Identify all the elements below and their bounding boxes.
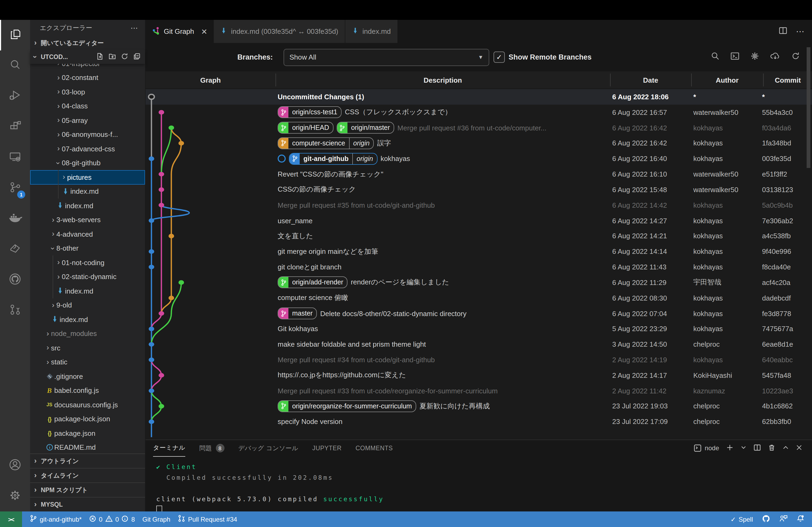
more-actions-icon[interactable]: ⋯ <box>130 24 139 32</box>
terminal-tab--[interactable]: ターミナル <box>153 440 185 456</box>
section-outline[interactable]: › アウトライン <box>30 453 145 468</box>
branch-badge[interactable]: origin/master <box>337 122 394 134</box>
activity-remote-explorer[interactable] <box>0 142 30 173</box>
tree-item-07-advanced-css[interactable]: ›07-advanced-css <box>30 142 145 156</box>
tree-item-babel-config-js[interactable]: Bbabel.config.js <box>30 383 145 398</box>
tree-item-pictures[interactable]: ›pictures <box>30 170 145 184</box>
show-remote-branches-checkbox[interactable]: ✓ <box>494 51 505 63</box>
search-icon[interactable] <box>710 51 720 63</box>
activity-docker[interactable] <box>0 204 30 234</box>
tree-item-02-constant[interactable]: ›02-constant <box>30 71 145 85</box>
spell-checker-status[interactable]: ✓ Spell <box>731 515 753 523</box>
activity-search[interactable] <box>0 50 30 81</box>
split-editor-icon[interactable] <box>779 26 787 37</box>
tree-item-index-md[interactable]: index.md <box>30 199 145 213</box>
branch-badge[interactable]: computer-scienceorigin <box>278 137 374 149</box>
tab-git-graph[interactable]: Git Graph ✕ <box>146 20 214 43</box>
tree-item-05-array[interactable]: ›05-array <box>30 113 145 127</box>
commit-row[interactable]: git cloneとgit branch6 Aug 2022 11:43kokh… <box>146 259 812 275</box>
commit-row[interactable]: git-and-githuboriginkokhayas6 Aug 2022 1… <box>146 151 812 167</box>
branches-dropdown[interactable]: Show All ▼ <box>284 48 489 66</box>
section-npm-scripts[interactable]: › NPM スクリプト <box>30 482 145 497</box>
close-panel-icon[interactable] <box>796 444 802 452</box>
branch-badge[interactable]: git-and-githuborigin <box>289 153 377 165</box>
commit-row[interactable]: Revert "CSSの節の画像チェック"6 Aug 2022 16:10wat… <box>146 166 812 182</box>
activity-explorer[interactable] <box>0 20 30 50</box>
activity-pull-request[interactable] <box>0 295 30 326</box>
pull-request-status[interactable]: Pull Request #34 <box>178 515 237 524</box>
activity-accounts[interactable] <box>0 450 30 481</box>
tree-item-node-modules[interactable]: ›node_modules <box>30 327 145 341</box>
commit-row[interactable]: specify Node version23 Jul 2022 17:09che… <box>146 414 812 430</box>
feedback-status[interactable] <box>779 515 788 524</box>
settings-icon[interactable] <box>750 51 759 63</box>
kill-terminal-icon[interactable] <box>768 443 775 453</box>
tree-item-02-static-dynamic[interactable]: ›02-static-dynamic <box>30 270 145 284</box>
commit-row[interactable]: origin/HEADorigin/masterMerge pull reque… <box>146 120 812 136</box>
commit-row[interactable]: origin/reorganize-for-summer-curriculum夏… <box>146 398 812 414</box>
maximize-panel-icon[interactable] <box>782 444 789 452</box>
close-icon[interactable]: ✕ <box>201 27 207 36</box>
commit-row[interactable]: 文を直した6 Aug 2022 14:21kokhayasa4c538fb <box>146 228 812 244</box>
tree-item-3-web-servers[interactable]: ›3-web-servers <box>30 213 145 227</box>
terminal-dropdown-icon[interactable] <box>741 445 746 452</box>
branch-status[interactable]: git-and-github* <box>30 515 82 524</box>
commit-row[interactable]: user_name6 Aug 2022 14:27kokhayas7e306ab… <box>146 213 812 228</box>
github-status[interactable] <box>762 514 771 524</box>
problems-status[interactable]: 0 0 8 <box>89 515 135 524</box>
column-date[interactable]: Date <box>610 71 691 89</box>
tree-item-8-other[interactable]: ›8-other <box>30 241 145 255</box>
tree-item-4-advanced[interactable]: ›4-advanced <box>30 227 145 241</box>
commit-row[interactable]: computer-scienceorigin誤字6 Aug 2022 16:42… <box>146 136 812 151</box>
remote-indicator[interactable]: >< <box>0 511 22 527</box>
terminal-tab-jupyter[interactable]: JUPYTER <box>312 440 342 456</box>
tree-item-06-anonymous-f-[interactable]: ›06-anonymous-f... <box>30 127 145 142</box>
commit-row[interactable]: origin/add-renderrenderのページを編集しました6 Aug … <box>146 275 812 290</box>
tree-item-01-inspector[interactable]: ›01-inspector <box>30 64 145 71</box>
commit-row[interactable]: computer science 俯瞰6 Aug 2022 08:30kokha… <box>146 290 812 306</box>
tree-item-9-old[interactable]: ›9-old <box>30 298 145 312</box>
split-terminal-icon[interactable] <box>753 443 761 453</box>
new-folder-icon[interactable] <box>108 52 116 61</box>
tree-item-index-md[interactable]: index.md <box>30 184 145 199</box>
terminal-tab--[interactable]: デバッグ コンソール <box>238 440 298 456</box>
branch-badge[interactable]: origin/add-render <box>278 277 347 288</box>
tree-item--gitignore[interactable]: .gitignore <box>30 369 145 383</box>
commit-row[interactable]: make sidebar foldable and set prism them… <box>146 337 812 352</box>
commit-row[interactable]: Merge pull request #33 from ut-code/reor… <box>146 383 812 398</box>
branch-badge[interactable]: origin/HEAD <box>278 122 334 134</box>
branch-badge[interactable]: origin/css-test1 <box>278 106 342 118</box>
collapse-all-icon[interactable] <box>133 52 141 61</box>
tree-item-04-class[interactable]: ›04-class <box>30 99 145 113</box>
terminal-shell-selector[interactable]: node <box>694 445 719 452</box>
tree-item-src[interactable]: ›src <box>30 341 145 355</box>
new-file-icon[interactable] <box>96 52 104 61</box>
tree-item-package-lock-json[interactable]: {}package-lock.json <box>30 412 145 426</box>
branch-badge[interactable]: origin/reorganize-for-summer-curriculum <box>278 400 416 412</box>
commit-row[interactable]: Uncommitted Changes (1)6 Aug 2022 18:06*… <box>146 89 812 105</box>
activity-source-control[interactable]: 1 <box>0 173 30 204</box>
tree-item-index-md[interactable]: index.md <box>30 284 145 298</box>
activity-run-debug[interactable] <box>0 81 30 111</box>
section-mysql[interactable]: › MYSQL <box>30 497 145 511</box>
more-actions-icon[interactable]: ⋯ <box>796 26 804 36</box>
activity-github[interactable] <box>0 265 30 295</box>
commit-row[interactable]: masterDelete docs/8-other/02-static-dyna… <box>146 306 812 321</box>
cloud-download-icon[interactable] <box>770 51 780 63</box>
section-open-editors[interactable]: › 開いているエディター <box>30 36 145 50</box>
activity-extensions[interactable] <box>0 111 30 142</box>
refresh-icon[interactable] <box>791 51 800 63</box>
tree-item-static[interactable]: ›static <box>30 355 145 369</box>
commit-row[interactable]: Merge pull request #35 from ut-code/git-… <box>146 197 812 213</box>
commit-row[interactable]: Merge pull request #34 from ut-code/git-… <box>146 352 812 367</box>
tab-index-md[interactable]: index.md <box>345 20 397 43</box>
tree-item-01-not-coding[interactable]: ›01-not-coding <box>30 255 145 270</box>
terminal-tab--[interactable]: 問題8 <box>199 440 224 456</box>
tree-item-package-json[interactable]: {}package.json <box>30 426 145 440</box>
tree-item-08-git-github[interactable]: ›08-git-github <box>30 156 145 170</box>
section-timeline[interactable]: › タイムライン <box>30 468 145 482</box>
editor-scrollbar[interactable] <box>807 47 810 168</box>
commit-row[interactable]: https://.co.jpをhttps://github.comに変えた2 A… <box>146 367 812 383</box>
tree-item-docusaurus-config-js[interactable]: JSdocusaurus.config.js <box>30 398 145 412</box>
branch-badge[interactable]: master <box>278 307 317 319</box>
